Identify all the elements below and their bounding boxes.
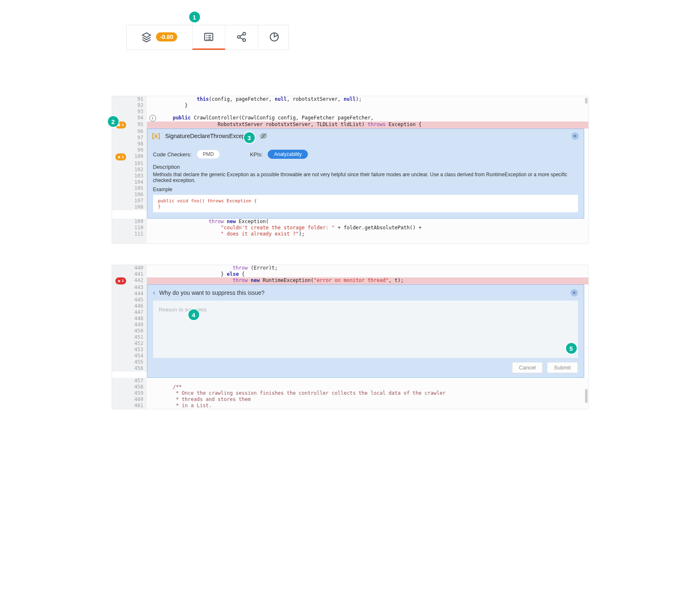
tab-pie[interactable] bbox=[258, 25, 290, 50]
suppress-question: Why do you want to suppress this issue? bbox=[159, 289, 265, 296]
svg-point-9 bbox=[237, 36, 240, 39]
suppress-reason-input[interactable]: Reason to suppress bbox=[153, 301, 578, 358]
tab-score[interactable]: -0.80 bbox=[127, 25, 193, 50]
code-checkers-label: Code Checkers: bbox=[153, 151, 192, 158]
callout-4: 4 bbox=[188, 309, 199, 320]
score-badge: -0.80 bbox=[156, 32, 178, 41]
code-view-1: 91 this(config, pageFetcher, null, robot… bbox=[112, 96, 589, 244]
submit-button[interactable]: Submit bbox=[547, 362, 578, 373]
suppress-icon[interactable] bbox=[260, 132, 267, 140]
cancel-button[interactable]: Cancel bbox=[512, 362, 543, 373]
close-icon[interactable]: ✕ bbox=[571, 132, 579, 140]
callout-1: 1 bbox=[189, 12, 200, 22]
pie-icon bbox=[269, 32, 280, 42]
tab-list[interactable] bbox=[193, 25, 225, 50]
highlighted-line-442[interactable]: 1442 throw new RuntimeException("error o… bbox=[112, 277, 588, 284]
view-tab-strip: -0.80 bbox=[126, 25, 289, 50]
highlighted-line-95[interactable]: 195 RobotstxtServer robotstxtServer, TLD… bbox=[112, 121, 588, 129]
description-label: Description bbox=[153, 164, 578, 170]
suppress-panel: ‹ Why do you want to suppress this issue… bbox=[147, 284, 584, 378]
share-icon bbox=[236, 32, 247, 42]
callout-2: 2 bbox=[108, 116, 119, 127]
kpi-pill[interactable]: Analyzability bbox=[268, 150, 308, 159]
tab-graph[interactable] bbox=[225, 25, 258, 50]
issue-badge[interactable]: 1 bbox=[115, 153, 126, 160]
layers-icon bbox=[141, 32, 152, 42]
svg-line-11 bbox=[240, 34, 243, 36]
issue-detail-panel: [x] SignatureDeclareThrowsException ✕ Co… bbox=[147, 129, 584, 219]
checker-pill[interactable]: PMD bbox=[197, 150, 220, 159]
example-label: Example bbox=[153, 187, 578, 192]
callout-3: 3 bbox=[244, 132, 255, 143]
svg-point-10 bbox=[243, 39, 246, 41]
callout-5: 5 bbox=[566, 343, 577, 354]
svg-point-8 bbox=[243, 32, 246, 35]
info-icon[interactable]: i bbox=[149, 115, 156, 121]
issue-icon: [x] bbox=[152, 132, 161, 140]
issue-title: SignatureDeclareThrowsException bbox=[165, 133, 255, 139]
back-icon[interactable]: ‹ bbox=[153, 289, 155, 296]
scrollbar[interactable] bbox=[585, 266, 588, 408]
list-icon bbox=[203, 32, 214, 42]
example-code: public void foo() throws Exception { } bbox=[153, 195, 578, 212]
svg-marker-0 bbox=[142, 33, 151, 37]
close-icon[interactable]: ✕ bbox=[571, 289, 578, 296]
issue-badge[interactable]: 1 bbox=[115, 277, 126, 284]
code-view-2: 440 throw (Error)t; 441 } else { 1442 th… bbox=[112, 265, 589, 409]
description-text: Methods that declare the generic Excepti… bbox=[153, 172, 578, 183]
svg-line-12 bbox=[240, 38, 243, 39]
kpis-label: KPIs: bbox=[250, 151, 263, 158]
